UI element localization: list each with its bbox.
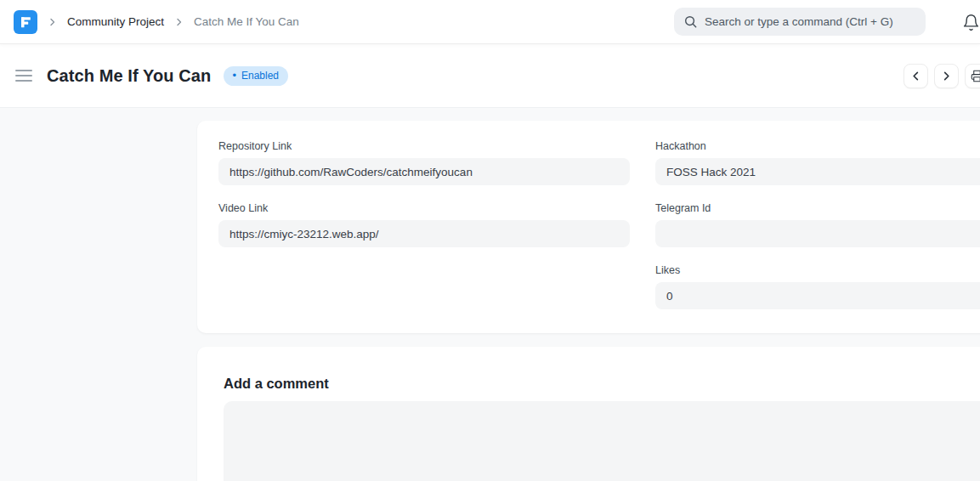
frappe-logo-icon [15, 12, 36, 32]
sidebar-toggle-button[interactable] [15, 70, 32, 82]
likes-input[interactable] [655, 282, 980, 309]
global-search[interactable] [674, 8, 926, 36]
field-hackathon: Hackathon [655, 140, 980, 185]
form-column-right: Hackathon Telegram Id Likes [655, 140, 980, 309]
breadcrumb-item-current[interactable]: Catch Me If You Can [194, 15, 299, 28]
hackathon-input[interactable] [655, 158, 980, 185]
field-label: Likes [655, 264, 980, 276]
bell-icon [962, 14, 980, 31]
page-header: Catch Me If You Can • Enabled [0, 44, 980, 108]
print-button[interactable] [965, 64, 980, 88]
field-label: Video Link [218, 202, 630, 214]
search-input[interactable] [705, 15, 915, 28]
breadcrumb-item-community-project[interactable]: Community Project [67, 15, 164, 28]
breadcrumb: Community Project Catch Me If You Can [48, 15, 299, 28]
telegram-id-input[interactable] [655, 220, 980, 247]
menu-icon [15, 70, 32, 71]
next-document-button[interactable] [934, 64, 959, 88]
status-badge-label: Enabled [241, 70, 279, 82]
chevron-left-icon [910, 71, 921, 82]
comment-input[interactable] [224, 401, 980, 481]
form-details-card: Repository Link Video Link Hackathon Tel… [197, 121, 980, 333]
field-label: Hackathon [655, 140, 980, 152]
field-video-link: Video Link [218, 202, 630, 247]
form-column-left: Repository Link Video Link [218, 140, 630, 309]
field-repository-link: Repository Link [218, 140, 630, 185]
status-dot: • [232, 70, 236, 81]
form-grid: Repository Link Video Link Hackathon Tel… [218, 140, 980, 309]
chevron-right-icon [175, 17, 183, 27]
page-content: Repository Link Video Link Hackathon Tel… [0, 108, 980, 481]
field-likes: Likes [655, 264, 980, 309]
video-link-input[interactable] [218, 220, 630, 247]
field-telegram-id: Telegram Id [655, 202, 980, 247]
field-label: Telegram Id [655, 202, 980, 214]
comments-card: Add a comment [197, 347, 980, 481]
app-logo[interactable] [14, 10, 37, 34]
status-badge: • Enabled [224, 66, 288, 86]
notifications-button[interactable] [962, 9, 980, 35]
field-label: Repository Link [218, 140, 630, 152]
printer-icon [971, 70, 980, 82]
page-title: Catch Me If You Can [47, 66, 211, 86]
search-icon [684, 15, 697, 28]
top-navbar: Community Project Catch Me If You Can [0, 0, 980, 44]
add-comment-heading: Add a comment [224, 376, 980, 392]
prev-document-button[interactable] [904, 64, 928, 88]
repository-link-input[interactable] [218, 158, 630, 185]
chevron-right-icon [48, 17, 56, 27]
header-nav-buttons [904, 64, 980, 88]
chevron-right-icon [941, 71, 952, 82]
